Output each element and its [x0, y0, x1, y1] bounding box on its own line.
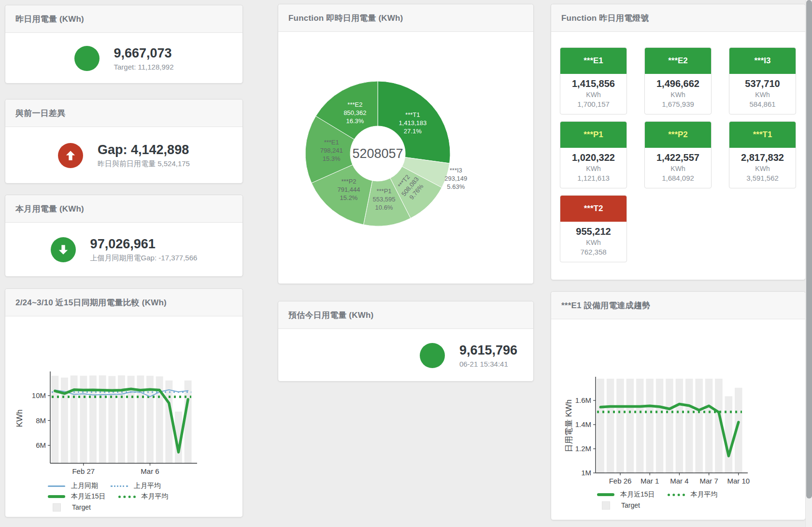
x-tick-label: Mar 6 [141, 467, 159, 475]
card-header: Function 昨日用電燈號 [551, 4, 805, 32]
card-realtime-donut: Function 即時日用電量 (KWh) ***T11,413,18327.1… [278, 4, 534, 284]
target-bar [185, 381, 192, 463]
legend-label: 上月同期 [71, 482, 98, 490]
card-title: 與前一日差異 [15, 108, 65, 119]
status-circle-icon [74, 46, 100, 71]
card-title: 本月用電量 (KWh) [15, 203, 84, 214]
line-swatch-icon [48, 485, 65, 487]
donut-center-total: 5208057 [352, 146, 403, 161]
legend-item-本月近15日[interactable]: 本月近15日 [48, 492, 106, 501]
scrollbar-thumb[interactable] [806, 0, 812, 499]
card-day-gap: 與前一日差異 Gap: 4,142,898 昨日與前日用電量 5,524,175 [5, 99, 243, 184]
stat-value: Gap: 4,142,898 [98, 142, 190, 157]
arrow-up-icon [58, 143, 83, 168]
tile-target-value: 1,684,092 [645, 174, 711, 182]
legend-label: 上月平均 [134, 482, 161, 490]
card-yesterday-usage: 昨日用電量 (KWh) 9,667,073 Target: 11,128,992 [5, 5, 243, 84]
target-bar [61, 378, 68, 463]
legend-label: 本月近15日 [620, 490, 655, 499]
arrow-down-icon [51, 237, 76, 262]
card-header: 昨日用電量 (KWh) [5, 5, 242, 33]
tile-target-value: 3,591,562 [729, 174, 796, 182]
legend-item-上月平均[interactable]: 上月平均 [111, 482, 161, 490]
stat-body: Gap: 4,142,898 昨日與前日用電量 5,524,175 [5, 127, 242, 184]
card-title: 預估今日用電量 (KWh) [288, 310, 373, 321]
light-tile-T2: ***T2955,212KWh762,358 [560, 195, 627, 262]
stat-subtitle: 上個月同期用電Gap: -17,377,566 [90, 254, 198, 263]
tile-header: ***T2 [560, 196, 627, 222]
stat-value: 9,615,796 [459, 343, 517, 358]
tile-value: 1,020,322 [560, 152, 627, 163]
light-tile-P1: ***P11,020,322KWh1,121,613 [560, 121, 627, 188]
legend-item-上月同期[interactable]: 上月同期 [48, 482, 98, 490]
legend-item-本月平均[interactable]: 本月平均 [668, 490, 718, 499]
x-tick-label: Mar 7 [699, 477, 718, 485]
target-bar [99, 375, 106, 463]
donut-chart: ***T11,413,18327.1%***I3293,1495.63%***T… [278, 32, 533, 277]
status-circle-icon [420, 343, 445, 368]
legend-item-本月平均[interactable]: 本月平均 [118, 492, 169, 501]
tile-header: ***P1 [560, 122, 627, 148]
tile-unit: KWh [729, 165, 796, 172]
tile-value: 955,212 [560, 226, 627, 237]
x-tick-label: Mar 10 [727, 477, 750, 485]
target-bar [636, 379, 644, 473]
x-tick-label: Feb 27 [72, 467, 95, 475]
stat-subtitle: Target: 11,128,992 [114, 63, 174, 71]
target-bar [51, 376, 58, 463]
stat-value: 9,667,073 [114, 46, 174, 61]
tile-value: 1,415,856 [560, 78, 627, 89]
legend-row: 本月近15日本月平均 [597, 489, 805, 500]
tile-target-value: 1,121,613 [560, 174, 627, 182]
tile-unit: KWh [729, 91, 796, 99]
tile-value: 537,710 [729, 78, 796, 89]
legend-label: 本月平均 [142, 492, 169, 501]
card-15day-compare-chart: 2/24~3/10 近15日同期用電量比較 (KWh) 6M8M10MFeb 2… [5, 288, 243, 517]
card-today-estimate: 預估今日用電量 (KWh) 9,615,796 06-21 15:34:41 [278, 301, 534, 382]
target-bar [646, 379, 654, 473]
chart-body: ***T11,413,18327.1%***I3293,1495.63%***T… [278, 32, 533, 284]
legend-row: 本月近15日本月平均 [48, 491, 242, 502]
legend-row: Target [48, 502, 242, 513]
target-swatch-icon [53, 503, 61, 512]
scrollbar-track[interactable] [805, 0, 812, 527]
compare-line-chart: 6M8M10MFeb 27Mar 6KWh [5, 366, 241, 478]
x-tick-label: Feb 26 [609, 477, 632, 485]
dotted-line-swatch-icon [668, 494, 685, 496]
y-axis-label: 日用電量 KWh [564, 399, 573, 453]
energy-dashboard: 昨日用電量 (KWh) 9,667,073 Target: 11,128,992… [0, 0, 812, 527]
legend-item-Target[interactable]: Target [597, 501, 640, 510]
tile-unit: KWh [560, 239, 627, 246]
target-bar [695, 379, 703, 473]
stat-body: 9,615,796 06-21 15:34:41 [278, 329, 533, 382]
card-title: ***E1 設備用電達成趨勢 [561, 300, 650, 311]
dotted-line-swatch-icon [118, 496, 136, 498]
x-tick-label: Mar 4 [670, 477, 688, 485]
legend-item-Target[interactable]: Target [48, 503, 91, 512]
tile-target-value: 762,358 [560, 248, 627, 256]
tile-header: ***P2 [645, 122, 711, 148]
card-header: Function 即時日用電量 (KWh) [278, 4, 533, 32]
tile-value: 1,496,662 [645, 78, 711, 89]
target-bar [597, 379, 604, 473]
tile-value: 1,422,557 [645, 152, 711, 163]
tile-header: ***T1 [729, 122, 796, 148]
light-tile-E2: ***E21,496,662KWh1,675,939 [644, 47, 712, 114]
legend-item-本月近15日[interactable]: 本月近15日 [597, 490, 655, 499]
legend-label: Target [621, 501, 640, 509]
tile-target-value: 1,700,157 [560, 100, 627, 108]
tile-header: ***I3 [729, 48, 796, 74]
y-axis-label: KWh [15, 410, 24, 427]
dotted-line-swatch-icon [111, 485, 128, 487]
tile-target-value: 584,861 [729, 100, 796, 108]
lights-grid: ***E11,415,856KWh1,700,157***E21,496,662… [551, 32, 805, 262]
y-tick-label: 8M [36, 416, 46, 425]
card-header: 與前一日差異 [5, 100, 242, 127]
trend-legend: 本月近15日本月平均Target [597, 489, 805, 511]
card-title: 昨日用電量 (KWh) [15, 14, 84, 25]
tile-unit: KWh [645, 165, 711, 172]
stat-subtitle: 06-21 15:34:41 [459, 360, 517, 368]
y-tick-label: 1M [581, 469, 591, 477]
light-tile-T1: ***T12,817,832KWh3,591,562 [729, 121, 796, 188]
chart-body: 1M1.2M1.4M1.6MFeb 26Mar 1Mar 4Mar 7Mar 1… [551, 372, 805, 527]
